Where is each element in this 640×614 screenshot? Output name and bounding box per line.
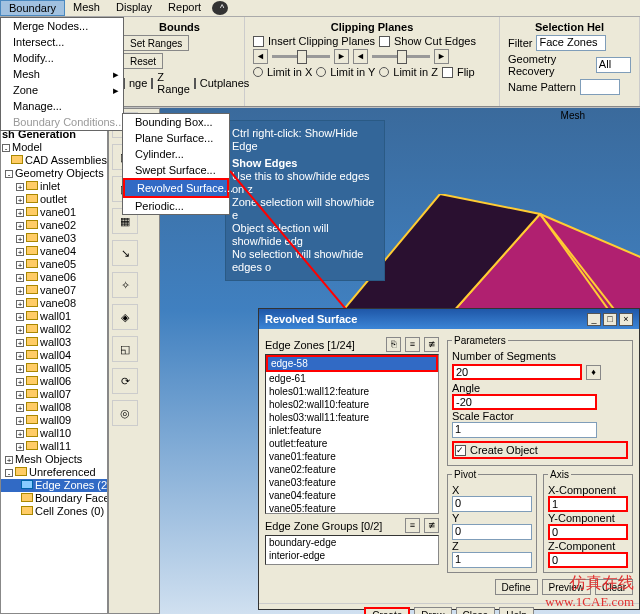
edge-item[interactable]: holes01:wall12:feature [266, 385, 438, 398]
sub-plane-surface[interactable]: Plane Surface... [123, 130, 229, 146]
tool-icon-8[interactable]: ◱ [112, 336, 138, 362]
edge-item[interactable]: edge-58 [266, 355, 438, 372]
nseg-input[interactable]: 20 [452, 364, 582, 380]
menu-report[interactable]: Report [160, 0, 209, 16]
close-button[interactable]: Close [456, 607, 496, 614]
flip-chk[interactable] [442, 67, 453, 78]
menu-merge-nodes[interactable]: Merge Nodes... [1, 18, 123, 34]
tree-unref[interactable]: -Unreferenced [1, 466, 107, 479]
tree-item[interactable]: +wall03 [2, 336, 106, 349]
sf-input[interactable]: 1 [452, 422, 597, 438]
tree-item[interactable]: +vane03 [2, 232, 106, 245]
menu-boundary[interactable]: Boundary [0, 0, 65, 16]
tool-icon-6[interactable]: ✧ [112, 272, 138, 298]
pivot-z-input[interactable]: 1 [452, 552, 532, 568]
tree-model[interactable]: -Model [1, 141, 107, 154]
slider-1[interactable] [272, 55, 330, 58]
tree-item[interactable]: +wall07 [2, 388, 106, 401]
slider-right-2[interactable]: ► [434, 49, 449, 64]
slider-right-1[interactable]: ► [334, 49, 349, 64]
angle-input[interactable]: -20 [452, 394, 597, 410]
tree-item[interactable]: +vane08 [2, 297, 106, 310]
tree-item[interactable]: +wall04 [2, 349, 106, 362]
tree-item[interactable]: +vane07 [2, 284, 106, 297]
filter-select[interactable]: Face Zones [536, 35, 606, 51]
edge-item[interactable]: holes03:wall11:feature [266, 411, 438, 424]
limx-radio[interactable] [253, 67, 263, 77]
tree-meshobj[interactable]: +Mesh Objects [1, 453, 107, 466]
tool-icon-10[interactable]: ◎ [112, 400, 138, 426]
grp-selnone-icon[interactable]: ≢ [424, 518, 439, 533]
selnone-icon[interactable]: ≢ [424, 337, 439, 352]
tool-icon-7[interactable]: ◈ [112, 304, 138, 330]
sub-bounding-box[interactable]: Bounding Box... [123, 114, 229, 130]
tree-item[interactable]: +vane04 [2, 245, 106, 258]
edge-groups-list[interactable]: boundary-edge interior-edge [265, 535, 439, 565]
group-item[interactable]: boundary-edge [266, 536, 438, 549]
axis-y-input[interactable]: 0 [548, 524, 628, 540]
edge-item[interactable]: inlet:feature [266, 424, 438, 437]
edge-item[interactable]: edge-61 [266, 372, 438, 385]
dlg-min-icon[interactable]: _ [587, 313, 601, 326]
tree-item[interactable]: +outlet [2, 193, 106, 206]
slider-left-2[interactable]: ◄ [353, 49, 368, 64]
cutplanes-chk[interactable] [194, 78, 196, 89]
axis-z-input[interactable]: 0 [548, 552, 628, 568]
tree-item[interactable]: +wall08 [2, 401, 106, 414]
tree-cellzones[interactable]: Cell Zones (0) [1, 505, 107, 518]
georec-select[interactable]: All [596, 57, 631, 73]
menu-modify[interactable]: Modify... [1, 50, 123, 66]
tree-item[interactable]: +wall09 [2, 414, 106, 427]
menu-intersect[interactable]: Intersect... [1, 34, 123, 50]
set-ranges-btn[interactable]: Set Ranges [123, 35, 189, 51]
menu-display[interactable]: Display [108, 0, 160, 16]
tree-cad[interactable]: CAD Assemblies [1, 154, 107, 167]
selall-icon[interactable]: ≡ [405, 337, 420, 352]
edge-item[interactable]: vane05:feature [266, 502, 438, 514]
axis-x-input[interactable]: 1 [548, 496, 628, 512]
zrange-chk[interactable] [151, 78, 153, 89]
tree-item[interactable]: +wall01 [2, 310, 106, 323]
slider-2[interactable] [372, 55, 430, 58]
collapse-icon[interactable]: ^ [212, 1, 228, 15]
tree-item[interactable]: +inlet [2, 180, 106, 193]
dialog-titlebar[interactable]: Revolved Surface _□× [259, 309, 639, 329]
grp-selall-icon[interactable]: ≡ [405, 518, 420, 533]
edge-item[interactable]: holes02:wall10:feature [266, 398, 438, 411]
pivot-y-input[interactable]: 0 [452, 524, 532, 540]
menu-mesh-sub[interactable]: Mesh▸ [1, 66, 123, 82]
sub-cylinder[interactable]: Cylinder... [123, 146, 229, 162]
tree-boundaryface[interactable]: Boundary Face ... [1, 492, 107, 505]
edge-item[interactable]: vane02:feature [266, 463, 438, 476]
edge-item[interactable]: vane01:feature [266, 450, 438, 463]
tree-item[interactable]: +wall05 [2, 362, 106, 375]
define-btn[interactable]: Define [495, 579, 538, 595]
tree-item[interactable]: +vane06 [2, 271, 106, 284]
tool-icon-5[interactable]: ↘ [112, 240, 138, 266]
menu-manage[interactable]: Manage... [1, 98, 123, 114]
tree-item[interactable]: +wall06 [2, 375, 106, 388]
create-button[interactable]: Create [364, 607, 410, 614]
nseg-spinner[interactable]: ♦ [586, 365, 601, 380]
tree-item[interactable]: +wall11 [2, 440, 106, 453]
menu-mesh[interactable]: Mesh [65, 0, 108, 16]
pivot-x-input[interactable]: 0 [452, 496, 532, 512]
tree-item[interactable]: +vane02 [2, 219, 106, 232]
sub-swept-surface[interactable]: Swept Surface... [123, 162, 229, 178]
sub-periodic[interactable]: Periodic... [123, 198, 229, 214]
edge-item[interactable]: outlet:feature [266, 437, 438, 450]
showcut-chk[interactable] [379, 36, 390, 47]
edge-item[interactable]: vane03:feature [266, 476, 438, 489]
tree-geo[interactable]: -Geometry Objects [1, 167, 107, 180]
edge-item[interactable]: vane04:feature [266, 489, 438, 502]
draw-button[interactable]: Draw [414, 607, 451, 614]
reset-btn[interactable]: Reset [123, 53, 163, 69]
dlg-max-icon[interactable]: □ [603, 313, 617, 326]
tree-item[interactable]: +wall02 [2, 323, 106, 336]
namepat-input[interactable] [580, 79, 620, 95]
dlg-close-icon[interactable]: × [619, 313, 633, 326]
limy-radio[interactable] [316, 67, 326, 77]
insert-clip-chk[interactable] [253, 36, 264, 47]
create-obj-chk[interactable] [455, 445, 466, 456]
group-item[interactable]: interior-edge [266, 549, 438, 562]
